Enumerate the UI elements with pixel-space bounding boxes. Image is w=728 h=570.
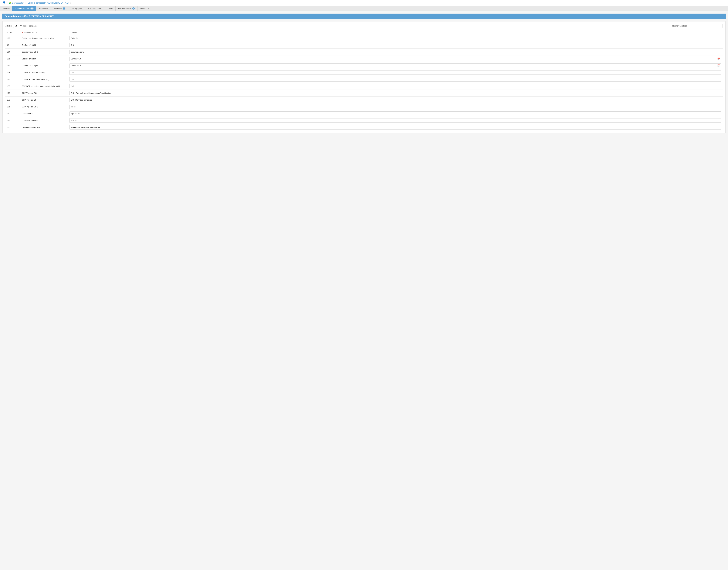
value-cell <box>67 42 723 49</box>
caracteristique-cell: Coordonnées DPO <box>20 49 67 55</box>
table-row: 123DCP-DCP sensbiles au regard de la loi… <box>5 83 723 90</box>
sort-icon-ref: ⬆ <box>7 32 8 33</box>
home-icon[interactable]: 👤 <box>2 1 6 4</box>
value-input[interactable] <box>69 111 721 116</box>
caracteristique-cell: DCP-Type de DS <box>20 96 67 103</box>
tab-documentation-label: Documentation <box>118 7 131 10</box>
tab-historique-label: Historique <box>140 7 149 10</box>
value-cell <box>67 90 723 96</box>
tab-outils[interactable]: Outils <box>105 6 116 11</box>
value-input[interactable] <box>69 84 721 88</box>
ref-cell: 110 <box>5 110 20 117</box>
composants-label: Composants <box>12 2 23 4</box>
value-cell <box>67 69 723 76</box>
caracteristique-cell: DCP-Type de DC <box>20 90 67 96</box>
table-row: 150DCP-Type de DS <box>5 96 723 103</box>
ref-cell: 151 <box>5 103 20 110</box>
value-input[interactable] <box>69 91 721 95</box>
nav-separator-1: › <box>7 1 8 4</box>
value-cell <box>67 117 723 124</box>
table-row: 122Date de mise à jour📅 <box>5 62 723 69</box>
ref-cell: 122 <box>5 62 20 69</box>
value-cell: 📅 <box>67 55 723 62</box>
value-input[interactable] <box>69 70 721 75</box>
ref-cell: 108 <box>5 69 20 76</box>
tab-relations-badge: 1 <box>63 7 65 10</box>
header-row: ⬆ Ref ▲ Caractéristique ⬆ Valeur <box>5 30 723 35</box>
composants-dropdown-icon[interactable]: ▾ <box>23 2 24 4</box>
calendar-icon[interactable]: 📅 <box>717 64 720 67</box>
date-wrapper: 📅 <box>69 63 721 68</box>
ref-cell: 109 <box>5 35 20 42</box>
search-input[interactable] <box>690 24 722 28</box>
tab-documentation-badge: 6 <box>132 7 135 10</box>
value-input[interactable] <box>69 125 721 129</box>
table-row: 109Catégories de personnes concernées <box>5 35 723 42</box>
value-cell <box>67 76 723 83</box>
tab-relations[interactable]: Relations 1 <box>51 6 68 11</box>
value-input[interactable] <box>69 43 721 47</box>
col-valeur[interactable]: ⬆ Valeur <box>67 30 723 35</box>
tab-historique[interactable]: Historique <box>138 6 152 11</box>
date-input[interactable] <box>69 63 721 68</box>
puzzle-icon: 🧩 <box>9 2 11 4</box>
col-caracteristique[interactable]: ▲ Caractéristique <box>20 30 67 35</box>
tab-processus-label: Processus <box>39 7 48 10</box>
ref-cell: 115 <box>5 117 20 124</box>
caracteristique-cell: DCP-DCP sensbiles au regard de la loi (O… <box>20 83 67 90</box>
page-title: Editer le composant "GESTION DE LA PAIE" <box>28 2 69 4</box>
col-ref[interactable]: ⬆ Ref <box>5 30 20 35</box>
value-cell <box>67 35 723 42</box>
tab-caracteristiques[interactable]: Caractéristiques 23 <box>12 6 36 11</box>
value-input[interactable] <box>69 50 721 54</box>
value-input[interactable] <box>69 98 721 102</box>
ref-cell: 101 <box>5 55 20 62</box>
caracteristique-cell: DCP-DCP Courantes (O/N) <box>20 69 67 76</box>
value-cell <box>67 110 723 117</box>
date-wrapper: 📅 <box>69 57 721 61</box>
calendar-icon[interactable]: 📅 <box>717 57 720 60</box>
value-cell <box>67 124 723 131</box>
recherche-label: Recherche globale <box>672 25 689 27</box>
caracteristique-cell: Date de mise à jour <box>20 62 67 69</box>
tab-analyse-label: Analyse d'impact <box>88 7 102 10</box>
afficher-label: Afficher <box>6 25 12 27</box>
tab-general[interactable]: Général <box>0 6 12 11</box>
value-input[interactable] <box>69 118 721 122</box>
per-page-select[interactable]: 25 50 75 100 <box>13 24 22 28</box>
date-input[interactable] <box>69 57 721 61</box>
value-input[interactable] <box>69 77 721 81</box>
composants-nav-link[interactable]: 🧩 Composants ▾ <box>9 2 24 4</box>
table-row: 101Date de création📅 <box>5 55 723 62</box>
tab-processus[interactable]: Processus <box>36 6 51 11</box>
caracteristique-cell: Conformité (O/N) <box>20 42 67 49</box>
tab-caracteristiques-badge: 23 <box>30 7 33 10</box>
value-input[interactable] <box>69 36 721 40</box>
table-row: 149DCP-Type de DC <box>5 90 723 96</box>
value-cell: 📅 <box>67 62 723 69</box>
table-row: 98Conformité (O/N) <box>5 42 723 49</box>
ref-cell: 123 <box>5 83 20 90</box>
caracteristique-cell: Durée de conservation <box>20 117 67 124</box>
tab-documentation[interactable]: Documentation 6 <box>116 6 138 11</box>
table-row: 151DCP-Type de DSIL <box>5 103 723 110</box>
tab-bar: Général Caractéristiques 23 Processus Re… <box>0 6 728 11</box>
table-body: 109Catégories de personnes concernées98C… <box>5 35 723 131</box>
ref-cell: 104 <box>5 49 20 55</box>
section-title: Caractéristiques reliées à "GESTION DE L… <box>5 15 54 17</box>
sort-icon-caracteristique: ▲ <box>22 32 23 33</box>
ref-cell: 98 <box>5 42 20 49</box>
controls-bar: Afficher 25 50 75 100 lignes par page Re… <box>5 24 723 28</box>
tab-analyse[interactable]: Analyse d'impact <box>85 6 105 11</box>
controls-left: Afficher 25 50 75 100 lignes par page <box>6 24 37 28</box>
value-cell <box>67 49 723 55</box>
value-cell <box>67 83 723 90</box>
value-input[interactable] <box>69 104 721 109</box>
tab-cartographie-label: Cartographie <box>71 7 82 10</box>
tab-relations-label: Relations <box>54 7 62 10</box>
lignes-label: lignes par page <box>23 25 37 27</box>
table-row: 105Finalité du traitement <box>5 124 723 131</box>
tab-cartographie[interactable]: Cartographie <box>68 6 85 11</box>
nav-separator-2: › <box>25 1 26 4</box>
top-navigation: 👤 › 🧩 Composants ▾ › Editer le composant… <box>0 0 728 6</box>
